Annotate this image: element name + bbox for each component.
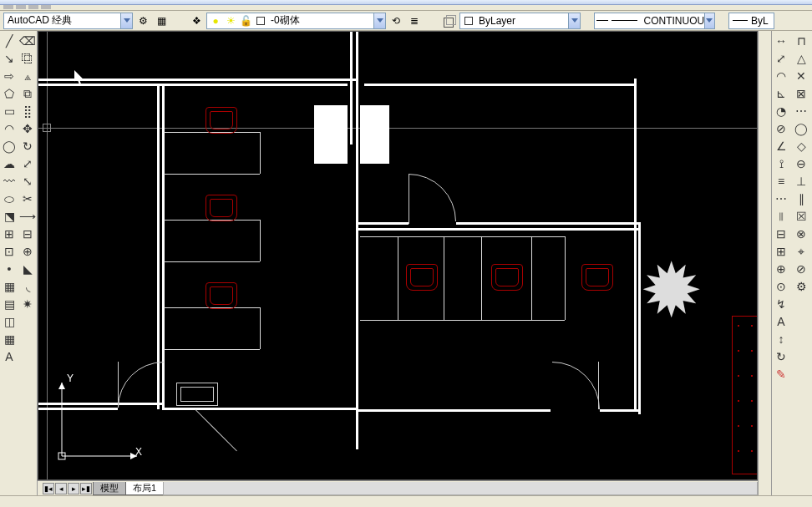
color-combo[interactable]: ByLayer bbox=[459, 13, 581, 29]
table-icon[interactable]: ▦ bbox=[1, 331, 18, 347]
drawing-canvas[interactable]: ✹ X Y bbox=[38, 31, 758, 480]
snap-quadrant-icon[interactable]: ◇ bbox=[793, 138, 809, 155]
offset-icon[interactable]: ⧉ bbox=[19, 85, 36, 102]
snap-intersection-icon[interactable]: ✕ bbox=[793, 68, 809, 84]
dim-style-icon[interactable]: ✎ bbox=[773, 366, 789, 383]
scale-icon[interactable]: ⤢ bbox=[19, 155, 36, 172]
dim-baseline-icon[interactable]: ≡ bbox=[773, 173, 789, 190]
stretch-icon[interactable]: ⤡ bbox=[19, 173, 36, 190]
vertical-scrollbar[interactable] bbox=[758, 31, 771, 495]
snap-nearest-icon[interactable]: ⌖ bbox=[793, 243, 809, 260]
inspect-icon[interactable]: ⊙ bbox=[773, 278, 789, 295]
array-icon[interactable]: ⣿ bbox=[19, 103, 36, 119]
command-line[interactable] bbox=[0, 495, 812, 507]
lineweight-combo[interactable]: ByL bbox=[728, 13, 774, 29]
region-icon[interactable]: ◫ bbox=[1, 313, 18, 330]
chevron-down-icon[interactable] bbox=[373, 13, 385, 28]
xline-icon[interactable]: ↘ bbox=[1, 50, 18, 67]
dim-aligned-icon[interactable]: ⤢ bbox=[773, 50, 789, 67]
circle-icon[interactable]: ◯ bbox=[1, 138, 18, 155]
line-icon[interactable]: ╱ bbox=[1, 33, 18, 49]
erase-icon[interactable]: ⌫ bbox=[19, 33, 36, 49]
point-icon[interactable]: • bbox=[1, 261, 18, 277]
tab-layout1[interactable]: 布局1 bbox=[125, 482, 164, 495]
chamfer-icon[interactable]: ◣ bbox=[19, 261, 36, 277]
dim-tedit-icon[interactable]: ↕ bbox=[773, 331, 789, 347]
snap-midpoint-icon[interactable]: △ bbox=[793, 50, 809, 67]
quick-tool-icon[interactable] bbox=[28, 5, 38, 9]
mirror-icon[interactable]: ⟁ bbox=[19, 68, 36, 84]
dim-arc-icon[interactable]: ◠ bbox=[773, 68, 789, 84]
chevron-down-icon[interactable] bbox=[704, 13, 714, 28]
ellipse-icon[interactable]: ⬭ bbox=[1, 190, 18, 207]
polyline-icon[interactable]: ⇨ bbox=[1, 68, 18, 84]
tab-last-icon[interactable]: ▸▮ bbox=[80, 483, 92, 494]
dim-diameter-icon[interactable]: ⊘ bbox=[773, 120, 789, 137]
layer-combo[interactable]: ● ☀ 🔓 -0砌体 bbox=[206, 13, 386, 29]
tab-first-icon[interactable]: ▮◂ bbox=[43, 483, 54, 494]
chevron-down-icon[interactable] bbox=[120, 13, 132, 28]
ellipse-arc-icon[interactable]: ⬔ bbox=[1, 208, 18, 225]
break-icon[interactable]: ⊟ bbox=[19, 226, 36, 242]
spline-icon[interactable]: 〰 bbox=[1, 173, 18, 190]
quick-tool-icon[interactable] bbox=[16, 5, 26, 9]
snap-center-icon[interactable]: ◯ bbox=[793, 120, 809, 137]
insert-block-icon[interactable]: ⊞ bbox=[1, 226, 18, 242]
wall bbox=[364, 84, 636, 86]
dim-angular-icon[interactable]: ∠ bbox=[773, 138, 789, 155]
center-mark-icon[interactable]: ⊕ bbox=[773, 261, 789, 277]
dim-break-icon[interactable]: ⊟ bbox=[773, 226, 789, 242]
snap-node-icon[interactable]: ⊗ bbox=[793, 226, 809, 242]
arc-icon[interactable]: ◠ bbox=[1, 120, 18, 137]
tolerance-icon[interactable]: ⊞ bbox=[773, 243, 789, 260]
dim-update-icon[interactable]: ↻ bbox=[773, 348, 789, 365]
layer-states-icon[interactable]: ≣ bbox=[406, 13, 423, 29]
snap-endpoint-icon[interactable]: ⊓ bbox=[793, 33, 809, 49]
polygon-icon[interactable]: ⬠ bbox=[1, 85, 18, 102]
explode-icon[interactable]: ✷ bbox=[19, 296, 36, 312]
gradient-icon[interactable]: ▤ bbox=[1, 296, 18, 312]
fillet-icon[interactable]: ◟ bbox=[19, 278, 36, 295]
linetype-combo[interactable]: CONTINUOUS bbox=[594, 13, 715, 29]
dim-continue-icon[interactable]: ⋯ bbox=[773, 190, 789, 207]
chevron-down-icon[interactable] bbox=[568, 13, 580, 28]
workspace-combo[interactable]: AutoCAD 经典 bbox=[3, 13, 133, 29]
tab-model[interactable]: 模型 bbox=[93, 482, 126, 495]
tab-next-icon[interactable]: ▸ bbox=[68, 483, 79, 494]
snap-none-icon[interactable]: ⊘ bbox=[793, 261, 809, 277]
workspace-grid-icon[interactable]: ▦ bbox=[153, 13, 170, 29]
osnap-settings-icon[interactable]: ⚙ bbox=[793, 278, 809, 295]
tab-prev-icon[interactable]: ◂ bbox=[55, 483, 67, 494]
extend-icon[interactable]: ⟶ bbox=[19, 208, 36, 225]
text-icon[interactable]: A bbox=[1, 348, 18, 365]
copy-icon[interactable]: ⿻ bbox=[19, 50, 36, 67]
snap-appint-icon[interactable]: ⊠ bbox=[793, 85, 809, 102]
desk bbox=[565, 236, 566, 320]
snap-tangent-icon[interactable]: ⊖ bbox=[793, 155, 809, 172]
rotate-icon[interactable]: ↻ bbox=[19, 138, 36, 155]
join-icon[interactable]: ⊕ bbox=[19, 243, 36, 260]
layer-manager-icon[interactable]: ❖ bbox=[188, 13, 205, 29]
hatch-icon[interactable]: ▦ bbox=[1, 278, 18, 295]
snap-insert-icon[interactable]: ☒ bbox=[793, 208, 809, 225]
workspace-gear-icon[interactable]: ⚙ bbox=[134, 13, 151, 29]
dim-quick-icon[interactable]: ⟟ bbox=[773, 155, 789, 172]
layer-previous-icon[interactable]: ⟲ bbox=[388, 13, 404, 29]
quick-tool-icon[interactable] bbox=[3, 5, 13, 9]
dim-radius-icon[interactable]: ◔ bbox=[773, 103, 789, 119]
snap-extension-icon[interactable]: ⋯ bbox=[793, 103, 809, 119]
move-icon[interactable]: ✥ bbox=[19, 120, 36, 137]
snap-perp-icon[interactable]: ⊥ bbox=[793, 173, 809, 190]
make-block-icon[interactable]: ⊡ bbox=[1, 243, 18, 260]
snap-parallel-icon[interactable]: ∥ bbox=[793, 190, 809, 207]
trim-icon[interactable]: ✂ bbox=[19, 190, 36, 207]
dim-space-icon[interactable]: ⫴ bbox=[773, 208, 789, 225]
jogged-icon[interactable]: ↯ bbox=[773, 296, 789, 312]
dim-ordinate-icon[interactable]: ⊾ bbox=[773, 85, 789, 102]
dim-linear-icon[interactable]: ↔ bbox=[773, 33, 789, 49]
rectangle-icon[interactable]: ▭ bbox=[1, 103, 18, 119]
block-icon[interactable] bbox=[441, 13, 458, 29]
quick-tool-icon[interactable] bbox=[41, 5, 51, 9]
revcloud-icon[interactable]: ☁ bbox=[1, 155, 18, 172]
dim-edit-icon[interactable]: A bbox=[773, 313, 789, 330]
